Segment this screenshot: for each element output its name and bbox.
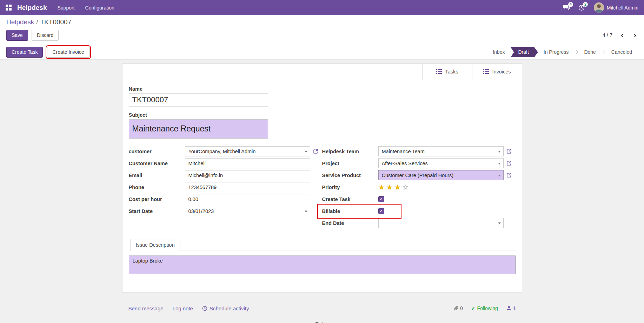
stat-buttons: Tasks Invoices <box>422 64 522 80</box>
start-date-field[interactable]: 03/01/2023 <box>185 206 310 216</box>
service-product-input[interactable]: Customer Care (Prepaid Hours) <box>378 170 504 180</box>
pager-next-button[interactable] <box>632 32 638 38</box>
cost-per-hour-input[interactable]: 0.00 <box>185 194 310 204</box>
invoices-stat-button[interactable]: Invoices <box>472 64 522 80</box>
pager-count: 4 / 7 <box>603 32 612 38</box>
create-task-button[interactable]: Create Task <box>6 47 43 58</box>
priority-star-icon[interactable] <box>378 183 385 191</box>
stage-canceled[interactable]: Canceled <box>606 47 638 57</box>
stage-draft[interactable]: Draft <box>510 47 538 57</box>
start-date-field-row: Start Date 03/01/2023 <box>129 205 322 217</box>
name-input[interactable]: TKT00007 <box>129 93 268 106</box>
menu-support[interactable]: Support <box>57 5 74 11</box>
priority-field-row: Priority <box>322 181 516 193</box>
subject-input[interactable]: Maintenance Request <box>129 119 268 138</box>
tab-issue-description[interactable]: Issue Description <box>130 239 180 251</box>
dropdown-caret-icon[interactable] <box>305 151 307 153</box>
create-invoice-button[interactable]: Create Invoice <box>47 47 89 58</box>
top-navbar: Helpdesk Support Configuration 4 2 Mitch… <box>0 0 644 15</box>
external-link-icon[interactable] <box>506 149 512 154</box>
tasks-stat-button[interactable]: Tasks <box>422 64 472 80</box>
priority-star-icon[interactable] <box>402 183 409 191</box>
stage-inbox[interactable]: Inbox <box>487 47 510 57</box>
statusbar-buttons: Create Task Create Invoice <box>6 47 89 58</box>
paperclip-icon <box>454 306 458 311</box>
external-link-icon[interactable] <box>506 173 512 178</box>
email-input[interactable]: Michell@info.in <box>185 170 310 180</box>
left-field-column: customer YourCompany, Mitchell Admin Cus… <box>129 146 322 229</box>
customer-name-input[interactable]: Mitchell <box>185 158 310 168</box>
stage-done[interactable]: Done <box>578 47 601 57</box>
issue-description-input[interactable]: Laptop Broke <box>129 256 516 274</box>
menu-configuration[interactable]: Configuration <box>85 5 114 11</box>
email-field-row: Email Michell@info.in <box>129 169 322 181</box>
dropdown-caret-icon[interactable] <box>498 222 501 224</box>
helpdesk-team-field[interactable]: Maintenance Team <box>378 146 504 156</box>
customer-field-row: customer YourCompany, Mitchell Admin <box>129 146 322 157</box>
clock-icon <box>202 306 207 311</box>
invoices-stat-label: Invoices <box>492 69 511 75</box>
breadcrumb-parent[interactable]: Helpdesk <box>6 18 34 26</box>
dropdown-caret-icon[interactable] <box>498 175 501 176</box>
end-date-field-row: End Date <box>322 217 516 229</box>
end-date-input[interactable] <box>378 218 504 228</box>
dropdown-caret-icon[interactable] <box>498 163 501 164</box>
chatter-toolbar: Send message Log note Schedule activity … <box>128 305 516 311</box>
billable-label: Billable <box>322 208 378 214</box>
phone-input[interactable]: 1234567789 <box>185 182 310 192</box>
user-avatar[interactable] <box>594 2 604 13</box>
external-link-icon[interactable] <box>313 149 318 154</box>
customer-field[interactable]: YourCompany, Mitchell Admin <box>185 146 310 156</box>
schedule-activity-label: Schedule activity <box>210 305 249 311</box>
helpdesk-team-input[interactable]: Maintenance Team <box>378 146 504 156</box>
list-icon <box>436 69 442 74</box>
end-date-label: End Date <box>322 220 378 226</box>
save-button[interactable]: Save <box>6 30 28 41</box>
today-label: Today <box>311 321 333 323</box>
form-statusbar: Create Task Create Invoice Inbox Draft I… <box>0 45 644 60</box>
today-divider: Today <box>128 321 516 323</box>
priority-star-icon[interactable] <box>386 183 393 191</box>
messages-icon[interactable]: 4 <box>563 5 570 11</box>
app-title[interactable]: Helpdesk <box>17 4 47 12</box>
create-task-checkbox[interactable] <box>378 196 384 202</box>
discard-button[interactable]: Discard <box>32 30 59 41</box>
stage-in-progress[interactable]: In Progress <box>538 47 575 57</box>
log-note-button[interactable]: Log note <box>173 305 193 311</box>
phone-label: Phone <box>129 185 185 190</box>
customer-label: customer <box>129 149 185 154</box>
apps-menu-icon[interactable] <box>6 5 12 11</box>
pager-previous-button[interactable] <box>619 32 625 38</box>
billable-checkbox[interactable] <box>378 208 384 214</box>
list-icon <box>483 69 489 74</box>
following-button[interactable]: Following <box>471 305 498 311</box>
attachments-button[interactable]: 0 <box>454 305 463 311</box>
followers-count: 1 <box>513 305 516 311</box>
form-sheet: Tasks Invoices Name TKT00007 Subject Mai… <box>122 63 522 293</box>
external-link-icon[interactable] <box>506 161 512 166</box>
dropdown-caret-icon[interactable] <box>498 151 501 153</box>
control-panel-buttons: Save Discard 4 / 7 <box>6 30 638 41</box>
user-name[interactable]: Mitchell Admin <box>607 5 638 11</box>
customer-input[interactable]: YourCompany, Mitchell Admin <box>185 146 310 156</box>
send-message-button[interactable]: Send message <box>128 305 164 311</box>
project-field[interactable]: After-Sales Services <box>378 158 504 168</box>
followers-button[interactable]: 1 <box>506 305 516 311</box>
breadcrumb-separator: / <box>36 18 38 26</box>
stage-separator-icon <box>602 50 605 54</box>
subject-field-block: Subject Maintenance Request <box>129 112 516 138</box>
dropdown-caret-icon[interactable] <box>305 211 307 212</box>
project-input[interactable]: After-Sales Services <box>378 158 504 168</box>
priority-label: Priority <box>322 185 378 190</box>
billable-field-row: Billable <box>322 205 516 217</box>
chatter: Send message Log note Schedule activity … <box>122 293 522 323</box>
priority-star-icon[interactable] <box>394 183 401 191</box>
schedule-activity-button[interactable]: Schedule activity <box>202 305 249 311</box>
service-product-field[interactable]: Customer Care (Prepaid Hours) <box>378 170 504 180</box>
create-task-field-row: Create Task <box>322 193 516 205</box>
tasks-stat-label: Tasks <box>445 69 458 75</box>
start-date-input[interactable]: 03/01/2023 <box>185 206 310 216</box>
create-task-label: Create Task <box>322 196 378 202</box>
end-date-field[interactable] <box>378 218 504 228</box>
activities-icon[interactable]: 2 <box>578 5 585 11</box>
